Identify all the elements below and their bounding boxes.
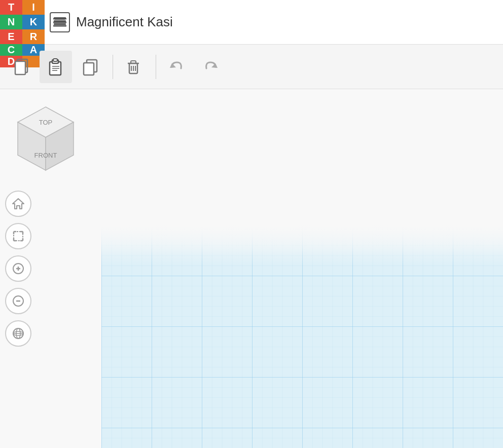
undo-button[interactable]	[160, 51, 193, 83]
tinkercad-logo[interactable]: T I N K E R C A D	[0, 0, 45, 45]
svg-rect-8	[55, 19, 65, 20]
svg-rect-57	[101, 225, 503, 266]
fit-icon	[12, 230, 25, 243]
view-cube[interactable]: TOP FRONT	[10, 99, 81, 180]
fit-button[interactable]	[5, 223, 31, 249]
logo-k: K	[22, 15, 45, 29]
logo-e: E	[0, 29, 22, 44]
title-section: Magnificent Kasi	[45, 12, 503, 32]
grid-area[interactable]	[101, 225, 503, 448]
duplicate-button[interactable]	[74, 51, 106, 83]
svg-rect-15	[53, 59, 57, 61]
zoom-out-button[interactable]	[5, 288, 31, 314]
svg-text:FRONT: FRONT	[34, 152, 57, 159]
zoom-in-icon	[12, 262, 25, 275]
view-cube-svg: TOP FRONT	[10, 99, 81, 180]
copy-icon	[12, 57, 31, 77]
svg-marker-34	[13, 199, 24, 209]
undo-icon	[167, 57, 186, 77]
view-3d-button[interactable]	[5, 320, 31, 347]
svg-rect-23	[131, 61, 136, 63]
paste-icon	[46, 57, 65, 77]
svg-rect-12	[15, 61, 25, 74]
logo-i: I	[22, 0, 45, 15]
svg-rect-9	[55, 21, 65, 22]
toolbar-divider-2	[156, 55, 156, 79]
logo-r: R	[22, 29, 45, 44]
redo-icon	[201, 57, 221, 77]
sidebar-controls	[5, 191, 31, 347]
toolbar	[0, 45, 503, 89]
redo-button[interactable]	[195, 51, 227, 83]
toolbar-divider-1	[113, 55, 113, 79]
zoom-out-icon	[12, 294, 25, 308]
paste-button[interactable]	[40, 51, 72, 83]
logo-t: T	[0, 0, 22, 15]
logo-n: N	[0, 15, 22, 29]
main-canvas[interactable]: TOP FRONT	[0, 89, 503, 448]
home-icon	[12, 197, 25, 210]
app-title: Magnificent Kasi	[76, 14, 173, 30]
svg-rect-20	[84, 63, 94, 75]
menu-icon[interactable]	[50, 12, 70, 32]
svg-text:TOP: TOP	[39, 119, 53, 126]
delete-button[interactable]	[117, 51, 150, 83]
duplicate-icon	[81, 57, 100, 77]
svg-rect-10	[55, 24, 65, 25]
grid-svg	[101, 225, 503, 448]
home-button[interactable]	[5, 191, 31, 217]
delete-icon	[124, 57, 143, 77]
svg-rect-35	[14, 232, 23, 241]
zoom-in-button[interactable]	[5, 255, 31, 282]
copy-button[interactable]	[5, 51, 38, 83]
topbar: T I N K E R C A D	[0, 0, 503, 45]
view-3d-icon	[12, 327, 25, 340]
